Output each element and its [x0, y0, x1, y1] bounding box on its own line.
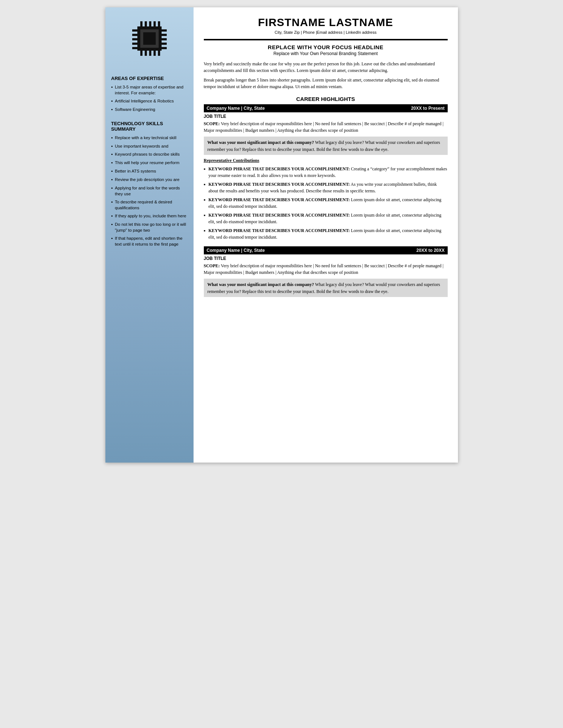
- svg-rect-22: [162, 47, 167, 49]
- branding-statement: Replace with Your Own Personal Branding …: [204, 51, 448, 56]
- scope-body-2: Very brief description of major responsi…: [204, 263, 444, 275]
- svg-rect-3: [140, 21, 142, 26]
- contribution-item: KEYWORD PHRASE THAT DESCRIBES YOUR ACCOM…: [204, 181, 448, 194]
- list-item: Better in ATS systems: [111, 168, 188, 174]
- summary-para1: Very briefly and succinctly make the cas…: [204, 61, 448, 74]
- scope-1: SCOPE: Very brief description of major r…: [204, 120, 448, 134]
- list-item: List 3-5 major areas of expertise and in…: [111, 84, 188, 96]
- svg-rect-16: [132, 43, 137, 45]
- company-bar-1: Company Name | City, State 20XX to Prese…: [204, 104, 448, 112]
- list-item: Software Engineering: [111, 106, 188, 113]
- rep-contributions-title-1: Representative Contributions: [204, 158, 448, 163]
- sidebar: AREAS OF EXPERTISE List 3-5 major areas …: [105, 7, 194, 463]
- contrib-keyword: KEYWORD PHRASE THAT DESCRIBES YOUR ACCOM…: [208, 197, 350, 202]
- list-item: Do not let this row go too long or it wi…: [111, 221, 188, 233]
- contrib-keyword: KEYWORD PHRASE THAT DESCRIBES YOUR ACCOM…: [208, 213, 350, 218]
- tech-title: TECHNOLOGY SKILLS SUMMARY: [111, 121, 188, 132]
- impact-text-2: What was your most significant impact at…: [207, 282, 440, 294]
- svg-rect-20: [162, 38, 167, 40]
- impact-bold-2: What was your most significant impact at…: [207, 282, 314, 287]
- contrib-keyword: KEYWORD PHRASE THAT DESCRIBES YOUR ACCOM…: [208, 182, 350, 187]
- svg-rect-7: [158, 21, 160, 26]
- list-item: Review the job description you are: [111, 177, 188, 183]
- contribution-item: KEYWORD PHRASE THAT DESCRIBES YOUR ACCOM…: [204, 166, 448, 179]
- scope-label-1: SCOPE:: [204, 121, 220, 126]
- svg-rect-2: [143, 32, 156, 45]
- impact-box-1: What was your most significant impact at…: [204, 137, 448, 155]
- impact-text-1: What was your most significant impact at…: [207, 140, 440, 152]
- svg-rect-4: [145, 21, 147, 26]
- svg-rect-10: [149, 51, 151, 56]
- contributions-list-1: KEYWORD PHRASE THAT DESCRIBES YOUR ACCOM…: [204, 166, 448, 243]
- areas-title: AREAS OF EXPERTISE: [111, 76, 188, 81]
- impact-box-2: What was your most significant impact at…: [204, 279, 448, 297]
- svg-rect-18: [162, 29, 167, 32]
- list-item: Keyword phrases to describe skills: [111, 151, 188, 157]
- scope-body-1: Very brief description of major responsi…: [204, 121, 444, 133]
- name-title: FIRSTNAME LASTNAME: [204, 16, 448, 29]
- logo-area: [111, 18, 188, 59]
- contribution-item: KEYWORD PHRASE THAT DESCRIBES YOUR ACCOM…: [204, 196, 448, 210]
- svg-rect-13: [132, 29, 137, 32]
- list-item: This will help your resume perform: [111, 160, 188, 166]
- svg-rect-19: [162, 34, 167, 36]
- tech-list: Replace with a key technical skill Use i…: [111, 135, 188, 249]
- career-highlights-title: CAREER HIGHLIGHTS: [204, 96, 448, 102]
- resume-page: AREAS OF EXPERTISE List 3-5 major areas …: [105, 7, 458, 463]
- svg-rect-17: [132, 47, 137, 49]
- svg-rect-12: [158, 51, 160, 56]
- contribution-item: KEYWORD PHRASE THAT DESCRIBES YOUR ACCOM…: [204, 212, 448, 225]
- svg-rect-15: [132, 38, 137, 40]
- scope-2: SCOPE: Very brief description of major r…: [204, 262, 448, 276]
- contrib-keyword: KEYWORD PHRASE THAT DESCRIBES YOUR ACCOM…: [208, 166, 350, 171]
- list-item: If they apply to you, include them here: [111, 213, 188, 219]
- list-item: Artificial Intelligence & Robotics: [111, 98, 188, 104]
- svg-rect-5: [149, 21, 151, 26]
- list-item: If that happens, edit and shorten the te…: [111, 235, 188, 247]
- svg-rect-6: [154, 21, 156, 26]
- list-item: Replace with a key technical skill: [111, 135, 188, 141]
- chip-icon: [129, 18, 170, 59]
- areas-list: List 3-5 major areas of expertise and in…: [111, 84, 188, 115]
- company-dates-2: 20XX to 20XX: [416, 248, 445, 253]
- company-name-2: Company Name | City, State: [207, 248, 265, 253]
- contribution-item: KEYWORD PHRASE THAT DESCRIBES YOUR ACCOM…: [204, 227, 448, 240]
- list-item: Use important keywords and: [111, 143, 188, 149]
- contact-info: City, State Zip | Phone |Email address |…: [204, 30, 448, 35]
- job-title-1: JOB TITLE: [204, 114, 448, 119]
- svg-rect-14: [132, 34, 137, 36]
- svg-rect-9: [145, 51, 147, 56]
- focus-headline: REPLACE WITH YOUR FOCUS HEADLINE: [204, 44, 448, 50]
- job-title-2: JOB TITLE: [204, 256, 448, 261]
- list-item: To describe required & desired qualifica…: [111, 199, 188, 211]
- scope-label-2: SCOPE:: [204, 263, 220, 268]
- svg-rect-11: [154, 51, 156, 56]
- company-bar-2: Company Name | City, State 20XX to 20XX: [204, 246, 448, 254]
- summary-para2: Break paragraphs longer than 5 lines int…: [204, 77, 448, 90]
- header-section: FIRSTNAME LASTNAME City, State Zip | Pho…: [204, 16, 448, 37]
- main-content: FIRSTNAME LASTNAME City, State Zip | Pho…: [194, 7, 458, 463]
- svg-rect-21: [162, 43, 167, 45]
- list-item: Applying for and look for the words they…: [111, 185, 188, 197]
- company-dates-1: 20XX to Present: [411, 106, 444, 111]
- header-divider: [204, 39, 448, 40]
- contrib-keyword: KEYWORD PHRASE THAT DESCRIBES YOUR ACCOM…: [208, 228, 350, 233]
- company-name-1: Company Name | City, State: [207, 106, 265, 111]
- impact-bold-1: What was your most significant impact at…: [207, 140, 314, 145]
- svg-rect-8: [140, 51, 142, 56]
